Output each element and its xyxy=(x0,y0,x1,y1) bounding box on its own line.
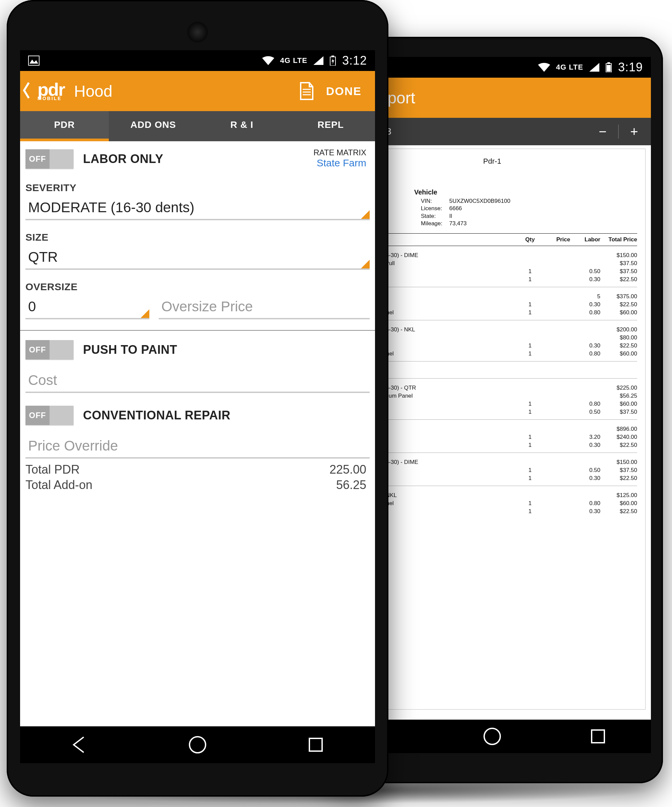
severity-select[interactable]: MODERATE (16-30 dents) xyxy=(25,197,370,220)
report-row: MODERATE (16-30) - NKL$200.00 xyxy=(347,325,637,334)
report-row: MODERATE (16-30) - DIME$150.00 xyxy=(347,251,637,259)
divider xyxy=(618,125,619,139)
report-row: Headlight10.30$22.50 xyxy=(347,276,637,284)
svg-point-8 xyxy=(190,737,206,753)
picture-icon xyxy=(28,56,40,66)
report-title: Pdr-1 xyxy=(347,157,637,166)
zoom-in-button[interactable]: + xyxy=(624,123,644,140)
tab-pdr[interactable]: PDR xyxy=(20,111,109,141)
done-button[interactable]: DONE xyxy=(319,85,368,98)
report-table-header: Description Qty Price Labor Total Price xyxy=(347,233,637,246)
report-row: Hood Liner10.50$37.50 xyxy=(347,408,637,416)
report-group: MODERATE (16-30) - NKL$200.00Oversize - … xyxy=(347,325,637,362)
zoom-out-button[interactable]: − xyxy=(593,123,613,140)
svg-rect-2 xyxy=(607,65,611,71)
report-group: Labor Only5$375.00Belt Molding10.30$22.5… xyxy=(347,292,637,320)
report-row: Oversize - 2$80.00 xyxy=(347,334,637,342)
signal-icon xyxy=(589,63,599,71)
toggle-knob: OFF xyxy=(25,340,50,359)
report-row: MODERATE (16-30) - QTR$225.00 xyxy=(347,384,637,392)
earpiece xyxy=(187,22,208,43)
report-row: Push to Paint$896.00 xyxy=(347,425,637,433)
report-row: Belt Molding10.30$22.50 xyxy=(347,301,637,309)
notes-icon[interactable] xyxy=(298,81,315,101)
total-addon-label: Total Add-on xyxy=(25,478,92,492)
tabs: PDR ADD ONS R & I REPL xyxy=(20,111,375,141)
toggle-knob: OFF xyxy=(25,406,50,425)
report-row: Fender Liner10.50$37.50 xyxy=(347,267,637,276)
nav-home-button[interactable] xyxy=(181,733,214,756)
total-addon-value: 56.25 xyxy=(336,478,366,492)
app-logo: pdr MOBILE xyxy=(38,81,65,100)
signal-icon xyxy=(313,56,323,65)
battery-icon xyxy=(605,62,612,72)
report-row: No Damage xyxy=(347,367,637,375)
tab-addons[interactable]: ADD ONS xyxy=(109,111,198,141)
rate-matrix[interactable]: RATE MATRIX State Farm xyxy=(313,148,366,169)
report-row: LIGHT (6-15) - NKL$125.00 xyxy=(347,492,637,500)
conventional-repair-toggle[interactable]: OFF xyxy=(25,406,74,425)
report-table-body: MODERATE (16-30) - DIME$150.00Add On - G… xyxy=(347,251,637,519)
push-to-paint-label: PUSH TO PAINT xyxy=(83,343,177,357)
nav-back-button[interactable] xyxy=(63,733,96,756)
network-4g-icon: 4G LTE xyxy=(280,56,308,65)
report-group: MODERATE (16-30) - DIME$150.00Add On - G… xyxy=(347,251,637,287)
status-clock: 3:12 xyxy=(342,53,367,68)
report-group: MODERATE (16-30) - QTR$225.00Add On - Al… xyxy=(347,384,637,420)
report-row: MODERATE (16-30) - DIME$150.00 xyxy=(347,458,637,466)
screen-title: Hood xyxy=(74,82,113,100)
report-row: Brake Light10.30$22.50 xyxy=(347,441,637,449)
report-group: LIGHT (6-15) - NKL$125.00Interior Trim P… xyxy=(347,492,637,519)
total-pdr-label: Total PDR xyxy=(25,463,80,477)
action-bar: pdr MOBILE Hood DONE xyxy=(20,71,375,111)
oversize-label: OVERSIZE xyxy=(25,281,370,292)
oversize-count[interactable]: 0 xyxy=(25,296,149,319)
report-group: Push to Paint$896.00Headliner13.20$240.0… xyxy=(347,425,637,453)
severity-label: SEVERITY xyxy=(25,182,370,193)
report-row: Labor Only5$375.00 xyxy=(347,292,637,301)
wifi-icon xyxy=(262,56,274,65)
report-row: Add On - Glue Pull$37.50 xyxy=(347,259,637,267)
report-row: Headliner13.20$240.00 xyxy=(347,433,637,441)
back-button[interactable] xyxy=(22,81,31,101)
report-row: Interior Trim Panel10.80$60.00 xyxy=(347,309,637,317)
svg-rect-4 xyxy=(592,730,604,743)
oversize-price-input[interactable]: Oversize Price xyxy=(159,296,370,319)
status-clock: 3:19 xyxy=(618,60,643,74)
report-row: Interior Trim Panel10.80$60.00 xyxy=(347,500,637,507)
report-row: Belt Molding10.30$22.50 xyxy=(347,342,637,350)
size-select[interactable]: QTR xyxy=(25,246,370,270)
report-row: Interior Trim Panel10.80$60.00 xyxy=(347,350,637,358)
form-content: OFF LABOR ONLY RATE MATRIX State Farm SE… xyxy=(20,141,375,493)
report-row: Add On - Aluminum Panel$56.25 xyxy=(347,392,637,400)
status-bar: 4G LTE 3:12 xyxy=(20,50,375,71)
report-row: Hood Panel10.80$60.00 xyxy=(347,400,637,408)
report-group: No Damage xyxy=(347,367,637,379)
report-group: MODERATE (16-30) - DIME$150.00Fender Lin… xyxy=(347,458,637,486)
total-pdr-value: 225.00 xyxy=(329,463,366,477)
battery-charging-icon xyxy=(329,56,336,66)
totals: Total PDR 225.00 Total Add-on 56.25 xyxy=(25,462,370,493)
rate-matrix-value[interactable]: State Farm xyxy=(313,157,366,169)
toggle-knob: OFF xyxy=(25,149,50,169)
report-contact-names: Debbie Bill xyxy=(347,172,637,188)
report-row: Belt Molding10.30$22.50 xyxy=(347,507,637,515)
vehicle-block: Vehicle VIN: 5UXZW0C5XD0B96100 License: … xyxy=(421,188,637,227)
size-label: SIZE xyxy=(25,232,370,243)
divider xyxy=(20,330,375,331)
cost-input[interactable]: Cost xyxy=(25,370,370,393)
network-4g-icon: 4G LTE xyxy=(556,63,583,71)
conventional-repair-label: CONVENTIONAL REPAIR xyxy=(83,408,230,422)
price-override-input[interactable]: Price Override xyxy=(25,435,370,458)
tab-repl[interactable]: REPL xyxy=(286,111,375,141)
android-nav-bar xyxy=(20,726,375,763)
svg-point-3 xyxy=(484,728,500,744)
tab-r-and-i[interactable]: R & I xyxy=(198,111,286,141)
nav-recents-button[interactable] xyxy=(581,725,615,748)
labor-only-toggle[interactable]: OFF xyxy=(25,149,74,169)
push-to-paint-toggle[interactable]: OFF xyxy=(25,340,74,359)
svg-rect-5 xyxy=(28,56,39,65)
nav-recents-button[interactable] xyxy=(299,733,333,756)
nav-home-button[interactable] xyxy=(476,725,509,748)
rate-matrix-header: RATE MATRIX xyxy=(313,148,366,157)
